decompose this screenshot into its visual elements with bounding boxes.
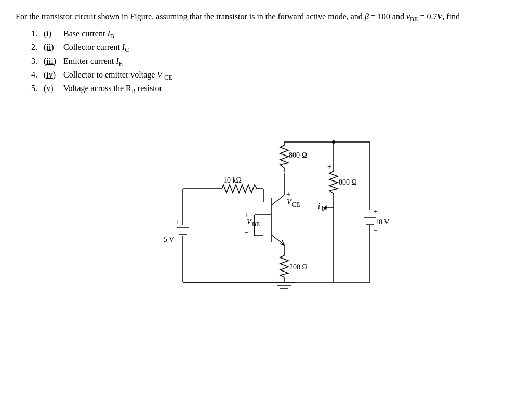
svg-text:−: −	[245, 228, 249, 236]
circuit-diagram: .circuit-line { stroke: #000; stroke-wid…	[16, 106, 516, 298]
svg-text:+: +	[327, 163, 331, 171]
svg-text:BE: BE	[252, 221, 260, 228]
intro-text: For the transistor circuit shown in Figu…	[16, 10, 494, 24]
list-num-1: 1.	[31, 29, 39, 38]
circuit-svg: .circuit-line { stroke: #000; stroke-wid…	[115, 106, 417, 298]
questions-list: 1. (i) Base current IB 2. (ii) Collector…	[31, 29, 516, 95]
svg-text:+: +	[374, 208, 378, 215]
svg-text:+: +	[175, 218, 179, 226]
list-roman-1: (i)	[44, 29, 59, 38]
list-item-2: 2. (ii) Collector current IC	[31, 43, 516, 54]
svg-text:10 V: 10 V	[375, 218, 389, 226]
svg-text:+: +	[245, 211, 249, 219]
list-roman-4: (iv)	[44, 70, 59, 80]
svg-text:V: V	[247, 218, 252, 226]
list-item-4: 4. (iv) Collector to emitter voltage V C…	[31, 70, 516, 82]
svg-text:800 Ω: 800 Ω	[289, 151, 307, 159]
svg-line-14	[271, 235, 284, 245]
svg-text:−: −	[176, 237, 180, 245]
list-roman-5: (v)	[44, 84, 59, 93]
svg-text:10 kΩ: 10 kΩ	[223, 176, 242, 184]
svg-text:+: +	[286, 190, 290, 198]
list-text-5: Voltage across the RB resistor	[63, 84, 162, 95]
svg-text:5 V: 5 V	[164, 236, 174, 243]
list-num-5: 5.	[31, 84, 39, 93]
list-text-2: Collector current IC	[63, 43, 129, 54]
list-item-3: 3. (iii) Emitter current IE	[31, 57, 516, 68]
svg-text:−: −	[374, 227, 378, 235]
svg-line-13	[271, 195, 284, 205]
svg-text:800 Ω: 800 Ω	[339, 178, 357, 186]
list-text-4: Collector to emitter voltage V CE	[63, 70, 172, 82]
list-item-1: 1. (i) Base current IB	[31, 29, 516, 41]
svg-text:200 Ω: 200 Ω	[289, 263, 308, 271]
problem-statement: For the transistor circuit shown in Figu…	[16, 10, 494, 24]
svg-text:i: i	[318, 202, 320, 210]
svg-text:V: V	[287, 198, 292, 206]
svg-text:CE: CE	[292, 201, 300, 208]
list-roman-3: (iii)	[44, 57, 59, 66]
list-text-3: Emitter current IE	[63, 57, 123, 68]
list-num-3: 3.	[31, 57, 39, 66]
list-roman-2: (ii)	[44, 43, 59, 52]
list-item-5: 5. (v) Voltage across the RB resistor	[31, 84, 516, 95]
list-text-1: Base current IB	[63, 29, 114, 41]
list-num-4: 4.	[31, 70, 39, 80]
list-num-2: 2.	[31, 43, 39, 52]
svg-point-43	[332, 140, 335, 144]
